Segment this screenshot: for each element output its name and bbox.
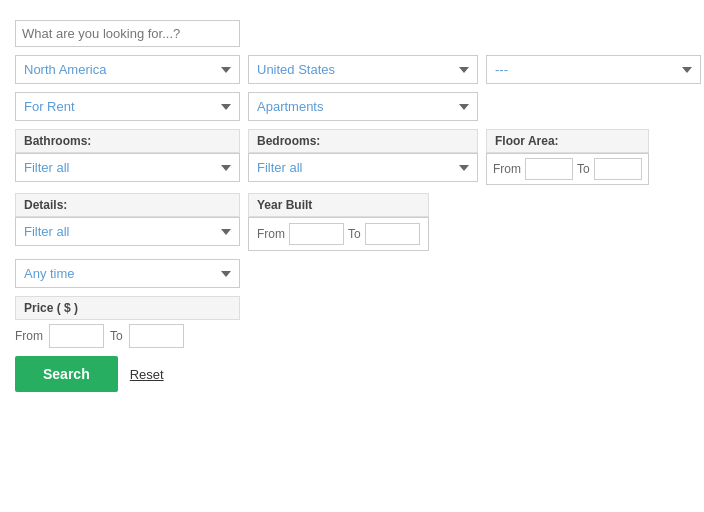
price-inputs: From To	[15, 320, 689, 352]
bedrooms-field: Bedrooms: Filter all	[248, 129, 478, 182]
state-select[interactable]: ---	[486, 55, 701, 84]
anytime-field: Any time	[15, 259, 240, 288]
bedrooms-select[interactable]: Filter all	[248, 153, 478, 182]
details-yearbuilt-row: Details: Filter all Year Built From To	[15, 193, 689, 251]
year-built-to-label: To	[348, 227, 361, 241]
price-to-input[interactable]	[129, 324, 184, 348]
details-field: Details: Filter all	[15, 193, 240, 246]
reset-button[interactable]: Reset	[130, 367, 164, 382]
region-select[interactable]: North America	[15, 55, 240, 84]
details-select[interactable]: Filter all	[15, 217, 240, 246]
price-section-label-wrapper: Price ( $ )	[15, 296, 240, 320]
anytime-row: Any time	[15, 259, 689, 288]
country-field: United States	[248, 55, 478, 84]
country-select[interactable]: United States	[248, 55, 478, 84]
details-label: Details:	[15, 193, 240, 217]
action-row: Search Reset	[15, 356, 689, 392]
bathrooms-bedrooms-row: Bathrooms: Filter all Bedrooms: Filter a…	[15, 129, 689, 185]
listing-type-select[interactable]: For Rent	[15, 92, 240, 121]
year-built-inputs: From To	[248, 217, 429, 251]
year-built-from-label: From	[257, 227, 285, 241]
price-from-label: From	[15, 329, 43, 343]
floor-area-inputs: From To	[486, 153, 649, 185]
floor-area-from-label: From	[493, 162, 521, 176]
floor-area-to-input[interactable]	[594, 158, 642, 180]
floor-area-from-input[interactable]	[525, 158, 573, 180]
listing-type-field: For Rent	[15, 92, 240, 121]
region-field: North America	[15, 55, 240, 84]
year-built-to-input[interactable]	[365, 223, 420, 245]
floor-area-to-label: To	[577, 162, 590, 176]
bathrooms-select[interactable]: Filter all	[15, 153, 240, 182]
property-type-select[interactable]: Apartments	[248, 92, 478, 121]
floor-area-label: Floor Area:	[486, 129, 649, 153]
search-input[interactable]	[15, 20, 240, 47]
price-from-input[interactable]	[49, 324, 104, 348]
search-row	[15, 20, 689, 47]
location-row: North America United States ---	[15, 55, 689, 84]
price-label: Price ( $ )	[15, 296, 240, 320]
state-field: ---	[486, 55, 701, 84]
bathrooms-field: Bathrooms: Filter all	[15, 129, 240, 182]
bedrooms-label: Bedrooms:	[248, 129, 478, 153]
search-form: North America United States --- For Rent…	[10, 10, 694, 402]
property-type-field: Apartments	[248, 92, 478, 121]
price-to-label: To	[110, 329, 123, 343]
search-button[interactable]: Search	[15, 356, 118, 392]
floor-area-field: Floor Area: From To	[486, 129, 649, 185]
year-built-from-input[interactable]	[289, 223, 344, 245]
anytime-select[interactable]: Any time	[15, 259, 240, 288]
bathrooms-label: Bathrooms:	[15, 129, 240, 153]
year-built-field: Year Built From To	[248, 193, 429, 251]
type-row: For Rent Apartments	[15, 92, 689, 121]
year-built-label: Year Built	[248, 193, 429, 217]
